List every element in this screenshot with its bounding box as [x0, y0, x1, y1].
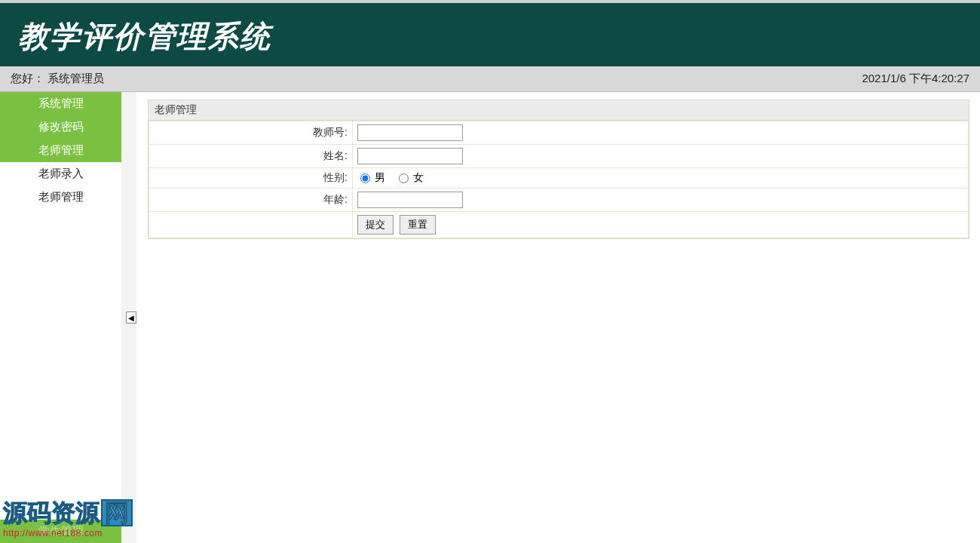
chevron-left-icon: ◀: [128, 314, 134, 322]
radio-gender-female[interactable]: [399, 173, 409, 183]
timestamp: 2021/1/6 下午4:20:27: [862, 72, 969, 86]
label-name: 姓名:: [149, 145, 353, 168]
current-user: 系统管理员: [47, 72, 104, 84]
sidebar-item-teacher-add[interactable]: 老师录入: [0, 162, 122, 186]
label-gender: 性别:: [149, 168, 353, 189]
label-teacher-id: 教师号:: [149, 121, 353, 145]
sidebar-item-teacher-manage[interactable]: 老师管理: [0, 186, 122, 209]
form-row-age: 年龄:: [149, 189, 969, 212]
input-name[interactable]: [357, 148, 463, 164]
teacher-form: 教师号: 姓名: 性别: 男: [149, 121, 969, 238]
sidebar-section-password[interactable]: 修改密码: [0, 115, 122, 139]
label-age: 年龄:: [149, 189, 353, 212]
radio-label-male: 男: [375, 171, 385, 183]
sidebar-section-teacher[interactable]: 老师管理: [0, 139, 122, 162]
sidebar-section-system[interactable]: 系统管理: [0, 92, 122, 115]
body-wrap: 系统管理 修改密码 老师管理 老师录入 老师管理 学生管理 ◀ 老师管理 教师号…: [0, 92, 980, 543]
form-row-name: 姓名:: [149, 145, 969, 168]
main-content: 老师管理 教师号: 姓名: 性别:: [122, 92, 980, 543]
form-row-teacher-id: 教师号:: [149, 121, 969, 145]
greeting: 您好： 系统管理员: [11, 72, 104, 86]
radio-gender-male[interactable]: [360, 173, 370, 183]
form-row-gender: 性别: 男 女: [149, 168, 969, 189]
teacher-form-panel: 老师管理 教师号: 姓名: 性别:: [148, 100, 969, 239]
input-age[interactable]: [357, 192, 463, 208]
panel-title: 老师管理: [149, 100, 969, 121]
sidebar: 系统管理 修改密码 老师管理 老师录入 老师管理 学生管理 ◀: [0, 92, 122, 543]
reset-button[interactable]: 重置: [400, 215, 436, 235]
app-header: 教学评价管理系统: [0, 3, 980, 66]
info-bar: 您好： 系统管理员 2021/1/6 下午4:20:27: [0, 66, 980, 92]
greeting-prefix: 您好：: [11, 72, 44, 84]
form-row-buttons: 提交 重置: [149, 212, 969, 238]
sidebar-section-student[interactable]: 学生管理: [0, 520, 122, 543]
sidebar-collapse-handle[interactable]: ◀: [126, 311, 136, 324]
input-teacher-id[interactable]: [357, 124, 463, 141]
submit-button[interactable]: 提交: [357, 215, 394, 235]
radio-label-female: 女: [413, 171, 424, 183]
app-title: 教学评价管理系统: [18, 16, 271, 57]
